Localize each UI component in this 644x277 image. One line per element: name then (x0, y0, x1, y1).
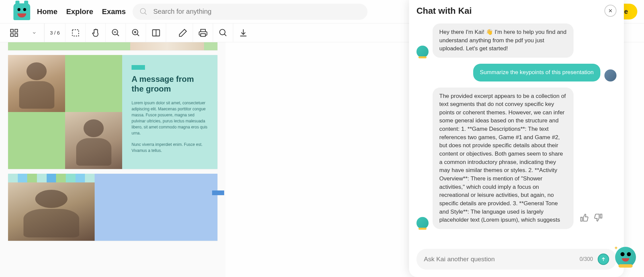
slide-photo (65, 112, 122, 169)
pan-tool[interactable] (86, 23, 106, 42)
thumbs-up-icon (580, 213, 589, 222)
thumbs-down-icon (594, 213, 603, 222)
chat-input-container: 0/300 (416, 249, 616, 270)
chat-input[interactable] (424, 256, 575, 263)
svg-rect-3 (11, 34, 13, 36)
send-button[interactable] (598, 254, 609, 265)
kai-avatar (416, 217, 429, 229)
thumbs-up-button[interactable] (580, 213, 589, 222)
zoom-in-button[interactable] (126, 23, 146, 42)
search-in-doc-button[interactable] (213, 23, 233, 42)
thumbs-down-button[interactable] (594, 213, 603, 222)
kai-message-bubble: Hey there I'm Kai! 👋 I'm here to help yo… (433, 23, 574, 58)
kai-message-bubble: The provided excerpt appears to be a col… (433, 88, 574, 229)
message-row-kai: Hey there I'm Kai! 👋 I'm here to help yo… (416, 23, 616, 58)
svg-point-10 (219, 29, 225, 35)
svg-rect-4 (15, 34, 17, 36)
slide-photo (8, 55, 65, 112)
split-view-button[interactable] (146, 23, 166, 42)
search-icon (139, 7, 148, 16)
nav-exams[interactable]: Exams (102, 7, 126, 16)
message-row-kai: The provided excerpt appears to be a col… (416, 88, 616, 229)
slide-title: A message from the groom (132, 74, 208, 94)
chat-header: Chat with Kai (409, 0, 624, 19)
nav-links: Home Explore Exams (37, 7, 126, 16)
user-avatar (604, 69, 616, 81)
chat-messages[interactable]: Hey there I'm Kai! 👋 I'm here to help yo… (409, 19, 624, 246)
slide-body-text: Nunc viverra imperdiet enim. Fusce est. … (132, 142, 208, 154)
svg-rect-2 (15, 29, 17, 32)
edit-tool[interactable] (173, 23, 193, 42)
slide-accent-block (8, 112, 65, 169)
nav-explore[interactable]: Explore (66, 7, 93, 16)
grid-view-button[interactable] (4, 23, 24, 42)
document-viewer: A message from the groom Lorem ipsum dol… (0, 42, 226, 277)
close-icon (608, 8, 613, 13)
chat-panel: Chat with Kai Hey there I'm Kai! 👋 I'm h… (409, 0, 624, 277)
message-row-user: Summarize the keypoints of this presenta… (416, 64, 616, 81)
kai-floating-button[interactable] (615, 247, 636, 268)
arrow-up-icon (601, 257, 606, 262)
nav-home[interactable]: Home (37, 7, 57, 16)
page-counter: 3 / 6 (45, 23, 65, 42)
chat-title: Chat with Kai (416, 6, 472, 16)
slide-right-panel (95, 174, 217, 241)
brand-logo[interactable] (13, 3, 30, 20)
svg-point-0 (140, 8, 145, 13)
slide-photo (8, 182, 95, 241)
slide-body-text: Lorem ipsum dolor sit amet, consectetuer… (132, 100, 208, 136)
view-dropdown[interactable] (24, 23, 44, 42)
slide-partial-top (8, 42, 217, 50)
zoom-out-button[interactable] (106, 23, 126, 42)
user-message-bubble: Summarize the keypoints of this presenta… (473, 64, 600, 81)
svg-rect-9 (201, 34, 205, 36)
slide-4 (8, 174, 217, 241)
accent-bar (132, 65, 145, 70)
svg-rect-1 (11, 29, 13, 32)
print-button[interactable] (193, 23, 213, 42)
search-input[interactable] (153, 8, 361, 15)
slide-accent-block (65, 55, 122, 112)
search-container[interactable] (133, 4, 367, 20)
slide-3: A message from the groom Lorem ipsum dol… (8, 55, 217, 169)
select-tool[interactable] (65, 23, 86, 42)
kai-avatar (416, 46, 429, 58)
download-button[interactable] (233, 23, 253, 42)
feedback-buttons (580, 213, 603, 222)
char-count: 0/300 (580, 256, 593, 262)
slide-text-panel: A message from the groom Lorem ipsum dol… (122, 55, 217, 169)
close-chat-button[interactable] (604, 5, 616, 17)
svg-rect-5 (72, 30, 79, 36)
document-scroll[interactable]: A message from the groom Lorem ipsum dol… (0, 42, 226, 277)
